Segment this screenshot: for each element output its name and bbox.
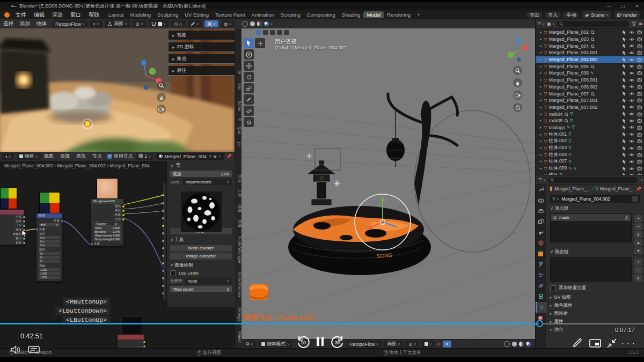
shading-material-button[interactable] [257, 21, 262, 26]
footer-orientation-dropdown[interactable]: 局部∨ [384, 341, 403, 348]
node-output-socket[interactable]: 高光 [91, 208, 123, 212]
close-button[interactable]: ✕ [630, 3, 644, 10]
breadcrumb-data[interactable]: Merged_Plane_... [600, 186, 636, 191]
node-param-slider[interactable]: Wave intensity4.500 [93, 234, 121, 237]
selectable-cursor-icon[interactable] [623, 132, 626, 137]
app-menu-item[interactable]: 文件 [12, 11, 30, 19]
expand-icon[interactable]: ▸ [540, 119, 542, 123]
shading-solid-button[interactable] [512, 342, 517, 346]
render-camera-icon[interactable] [637, 57, 642, 62]
selectable-cursor-icon[interactable] [623, 43, 626, 48]
scale-slider[interactable]: 缩放1.00 [170, 171, 232, 177]
workspace-tab[interactable]: Modeling [127, 11, 155, 18]
main-3d-viewport[interactable]: SONG [241, 28, 535, 339]
render-camera-icon[interactable] [637, 119, 642, 123]
panel-section-3d-cursor[interactable]: ▸3D 游标 [169, 42, 235, 52]
forward-30-button[interactable]: 30 [331, 335, 345, 349]
outliner-item[interactable]: ▸ ▽ rock05 ✎ ∇ [536, 117, 644, 124]
cursor-tool[interactable] [255, 38, 265, 48]
eye-icon[interactable] [629, 160, 634, 164]
eye-icon[interactable] [629, 132, 634, 136]
mapping-value-field[interactable]: 1.000 [39, 268, 60, 271]
workspace-tab[interactable]: Shading [339, 11, 364, 18]
retopoflow-menu[interactable]: RetopoFlow∨ [53, 20, 87, 27]
outliner-item[interactable]: ▸ ▽ Merged_Plane_007.001 ✎ ∇ [536, 97, 644, 104]
player-back-button[interactable]: ← [10, 0, 18, 10]
pip-button[interactable] [589, 339, 601, 348]
outliner-item[interactable]: ▸ ▽ Merged_Plane_004 ✎ ∇ [536, 42, 644, 49]
selectable-cursor-icon[interactable] [623, 112, 626, 116]
tab-object-data[interactable]: ∇ [536, 302, 547, 313]
properties-collapsed-section[interactable]: ▸属性 [546, 317, 644, 326]
notes-pencil-button[interactable] [572, 337, 583, 348]
mapping-type-dropdown[interactable]: 类型:点 [39, 223, 60, 226]
render-camera-icon[interactable] [637, 50, 642, 55]
selectable-cursor-icon[interactable] [623, 166, 626, 171]
snap-active-dropdown[interactable]: ∨ [204, 20, 218, 27]
eye-icon[interactable] [629, 146, 634, 150]
render-camera-icon[interactable] [637, 30, 642, 34]
footer-snap-active-icon[interactable]: ✕ [443, 341, 451, 348]
render-camera-icon[interactable] [637, 64, 642, 69]
eye-icon[interactable] [629, 105, 634, 109]
workspace-tab[interactable]: Animation [248, 11, 277, 18]
maximize-button[interactable]: ▢ [616, 3, 630, 10]
viewport-menu-item[interactable]: 物体 [33, 20, 50, 27]
mapping-node[interactable]: 映射 矢量 类型:点 矢量 位置 0 m 0 m 0 m 旋转 0° 0° 0°… [36, 213, 63, 282]
node-output-socket[interactable]: 生成 [0, 215, 24, 219]
workspace-tab[interactable]: Texture Paint [212, 11, 248, 18]
selectable-cursor-icon[interactable] [623, 30, 626, 35]
expand-icon[interactable]: ▸ [540, 146, 542, 150]
pin-icon[interactable]: 📌 [226, 154, 232, 159]
viewport-zoom-button[interactable] [513, 66, 522, 75]
selectable-cursor-icon[interactable] [623, 139, 626, 144]
eye-icon[interactable] [629, 78, 634, 82]
selectable-cursor-icon[interactable] [623, 57, 626, 62]
app-menu-item[interactable]: 窗口 [67, 11, 85, 19]
selectable-cursor-icon[interactable] [623, 84, 626, 89]
add-vertex-group-button[interactable]: + [634, 215, 642, 222]
roughness-subgroup-selector[interactable]: Roughten▣✕ [93, 221, 121, 226]
select-tweak-tool[interactable] [244, 38, 254, 48]
selectable-cursor-icon[interactable] [623, 119, 626, 123]
shape-keys-header[interactable]: ∨ 形态键 [550, 249, 644, 255]
shading-wireframe-button[interactable] [504, 341, 510, 347]
node-output-socket[interactable]: 矢量 [36, 218, 62, 223]
render-camera-icon[interactable] [637, 125, 642, 130]
render-camera-icon[interactable] [637, 153, 642, 157]
footer-retopoflow-menu[interactable]: RetopoFlow∨ [347, 341, 382, 348]
render-camera-icon[interactable] [637, 159, 642, 164]
progress-handle[interactable] [536, 320, 543, 327]
rotate-tool[interactable] [244, 72, 254, 82]
new-material-icon[interactable]: ▣ [213, 154, 217, 159]
viewport-camera-button[interactable] [513, 91, 522, 100]
quick-action-button[interactable]: 手动 [563, 12, 579, 18]
outliner-collection-icon[interactable]: ▣∨ [547, 21, 555, 26]
tab-render[interactable] [536, 195, 546, 205]
outliner-item[interactable]: ▸ ▽ 柱体.009 ✎ ∇ [536, 165, 644, 172]
add-workspace-button[interactable]: + [414, 11, 423, 18]
eye-icon[interactable] [629, 112, 634, 116]
eye-icon[interactable] [629, 99, 634, 102]
outliner-item[interactable]: ▸ ▽ 柱体.003 ✎ ∇ [536, 145, 644, 152]
rest-position-checkbox[interactable]: 添加静置位置 [550, 285, 644, 291]
expand-icon[interactable]: ▸ [540, 50, 542, 55]
workspace-tab[interactable]: Sculpting [154, 11, 181, 18]
expand-icon[interactable]: ▸ [540, 125, 542, 130]
footer-snap-dropdown[interactable]: ∨ [422, 341, 435, 348]
selectable-cursor-icon[interactable] [623, 105, 626, 109]
app-menu-item[interactable]: 渲染 [48, 11, 67, 19]
outliner-item[interactable]: ▸ ▽ Merged_Plane_007.002 ✎ ∇ [536, 104, 644, 111]
tab-tool[interactable] [536, 184, 546, 195]
use-nodes-checkbox[interactable]: ✓ 使用节点 [107, 153, 133, 160]
expand-icon[interactable]: ▸ [540, 112, 542, 116]
playback-tool[interactable] [244, 49, 254, 60]
render-camera-icon[interactable] [637, 71, 642, 75]
expand-icon[interactable]: ▸ [540, 166, 542, 171]
tab-particles[interactable] [536, 270, 546, 280]
remove-shape-key-button[interactable]: − [634, 267, 642, 274]
eye-icon[interactable] [629, 92, 634, 95]
selectable-cursor-icon[interactable] [623, 71, 626, 76]
properties-collapsed-section[interactable]: ▸面映射 [546, 309, 644, 317]
shading-rendered-button[interactable] [526, 342, 531, 346]
